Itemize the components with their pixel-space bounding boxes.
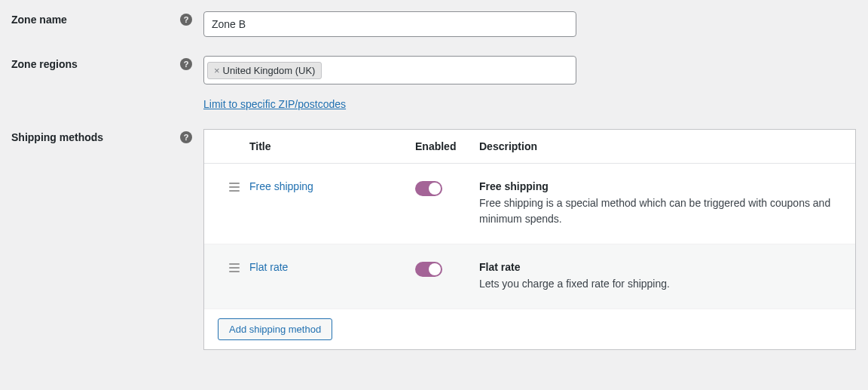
help-icon[interactable]: ? <box>180 131 192 143</box>
region-tag-label: United Kingdom (UK) <box>223 65 316 76</box>
drag-handle-icon[interactable] <box>204 261 249 272</box>
shipping-methods-label: Shipping methods <box>11 131 103 143</box>
zone-regions-label: Zone regions <box>11 58 78 70</box>
zone-name-label: Zone name <box>11 14 67 26</box>
method-title-link[interactable]: Free shipping <box>249 180 313 192</box>
help-icon[interactable]: ? <box>180 14 192 26</box>
help-icon[interactable]: ? <box>180 58 192 70</box>
method-desc-text: Lets you charge a fixed rate for shippin… <box>479 276 840 292</box>
enabled-toggle[interactable] <box>415 181 442 196</box>
method-title-link[interactable]: Flat rate <box>249 261 288 273</box>
method-desc-title: Free shipping <box>479 180 840 192</box>
drag-handle-icon[interactable] <box>204 180 249 192</box>
method-desc-text: Free shipping is a special method which … <box>479 195 840 227</box>
remove-tag-icon[interactable]: × <box>214 65 220 76</box>
zone-name-input[interactable] <box>203 11 576 37</box>
region-tag: × United Kingdom (UK) <box>207 62 322 79</box>
enabled-toggle[interactable] <box>415 262 442 277</box>
method-desc-title: Flat rate <box>479 261 840 273</box>
table-header-title: Title <box>249 140 415 152</box>
zone-regions-input[interactable]: × United Kingdom (UK) <box>203 56 576 84</box>
add-shipping-method-button[interactable]: Add shipping method <box>218 318 332 340</box>
table-header-description: Description <box>479 140 855 152</box>
zip-postcodes-link[interactable]: Limit to specific ZIP/postcodes <box>203 98 346 110</box>
table-row: Flat rate Flat rate Lets you charge a fi… <box>204 244 855 309</box>
shipping-methods-table: Title Enabled Description Free shipping <box>203 129 856 350</box>
table-header-enabled: Enabled <box>415 140 479 152</box>
table-row: Free shipping Free shipping Free shippin… <box>204 164 855 244</box>
